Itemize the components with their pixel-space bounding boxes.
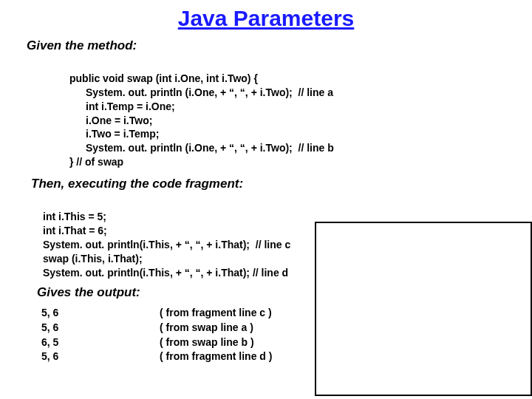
page-title: Java Parameters [0, 0, 532, 35]
output-source: ( from swap line a ) [160, 321, 253, 335]
method-code: public void swap (int i.One, int i.Two) … [69, 58, 532, 169]
fragment-line: System. out. println(i.This, + “, “, + i… [43, 239, 290, 250]
method-line: public void swap (int i.One, int i.Two) … [69, 72, 258, 84]
method-line: } // of swap [69, 156, 123, 168]
empty-right-panel [315, 222, 532, 396]
method-line: i.One = i.Two; [69, 114, 532, 128]
output-source: ( from fragment line d ) [160, 349, 272, 364]
then-executing-label: Then, executing the code fragment: [31, 177, 532, 191]
method-line: int i.Temp = i.One; [69, 100, 532, 114]
fragment-line: System. out. println(i.This, + “, “, + i… [43, 267, 288, 279]
output-value: 5, 6 [41, 306, 160, 321]
method-line: System. out. println (i.One, + “, “, + i… [69, 141, 532, 155]
output-value: 6, 5 [41, 335, 160, 350]
output-value: 5, 6 [41, 349, 160, 364]
given-method-label: Given the method: [27, 38, 532, 53]
fragment-line: int i.That = 6; [43, 225, 107, 236]
output-value: 5, 6 [41, 321, 160, 335]
fragment-line: swap (i.This, i.That); [43, 253, 143, 265]
fragment-line: int i.This = 5; [43, 211, 106, 222]
method-line: i.Two = i.Temp; [69, 127, 532, 141]
output-source: ( from fragment line c ) [160, 306, 272, 321]
output-source: ( from swap line b ) [160, 335, 254, 350]
method-line: System. out. println (i.One, + “, “, + i… [69, 86, 532, 100]
